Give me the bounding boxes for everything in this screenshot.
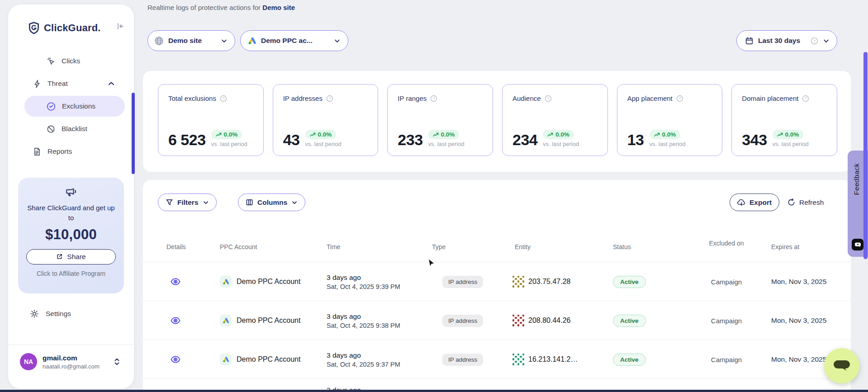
filters-button[interactable]: Filters — [158, 194, 217, 211]
site-selector-dropdown[interactable]: Demo site — [147, 30, 235, 51]
time-cell: 3 days ago Sat, Oct 4, 2025 9:39 PM — [327, 273, 400, 290]
chat-launcher-button[interactable] — [824, 348, 859, 383]
app-window: ClickGuard. Clicks — [0, 0, 868, 392]
sidebar-item-settings[interactable]: Settings — [30, 309, 71, 318]
excluded-on-cell: Campaign — [704, 278, 749, 285]
columns-button[interactable]: Columns — [238, 194, 305, 211]
promo-amount: $10,000 — [18, 227, 124, 243]
refresh-icon — [787, 198, 795, 206]
help-circle-icon[interactable]: ? — [676, 95, 683, 102]
status-cell: Active — [613, 316, 646, 325]
entity-cell: 208.80.44.26 — [512, 315, 570, 326]
cloud-download-icon — [737, 199, 745, 206]
sidebar-item-exclusions[interactable]: Exclusions — [24, 96, 125, 117]
sidebar-collapse-icon[interactable] — [116, 22, 125, 33]
ppc-account-name: Demo PPC Account — [237, 278, 300, 286]
stat-cards: Total exclusions ? 6 523 0.0% vs. last p… — [158, 84, 837, 156]
sidebar-item-label: Settings — [46, 310, 71, 318]
help-circle-icon[interactable]: ? — [220, 95, 227, 102]
entity-value: 203.75.47.28 — [528, 278, 570, 286]
help-circle-icon[interactable]: ? — [326, 95, 333, 102]
funnel-icon — [166, 198, 173, 206]
ppc-account-selector-dropdown[interactable]: Demo PPC ac... — [240, 30, 348, 51]
logs-table-panel: Filters Columns Export — [143, 180, 851, 392]
stat-note: vs. last period — [211, 141, 247, 147]
help-circle-icon[interactable]: ? — [811, 37, 818, 45]
stat-card-total-exclusions: Total exclusions ? 6 523 0.0% vs. last p… — [158, 84, 264, 156]
expires-at-cell: Mon, Nov 3, 2025 — [771, 355, 826, 364]
time-cell: 3 days ago Sat, Oct 4, 2025 9:37 PM — [327, 351, 400, 368]
megaphone-icon — [65, 186, 77, 198]
svg-text:?: ? — [329, 96, 331, 100]
user-email: naatali.ro@gmail.com — [43, 363, 114, 370]
ppc-account-cell: Demo PPC Account — [220, 276, 300, 288]
speech-bubble-icon — [833, 359, 851, 373]
time-full: Sat, Oct 4, 2025 9:37 PM — [327, 360, 400, 368]
stat-value: 233 — [398, 132, 422, 147]
trend-up-icon — [777, 132, 783, 137]
chevron-up-icon[interactable] — [108, 80, 115, 87]
subtitle-text: Realtime logs of protective actions for — [147, 4, 261, 11]
sidebar-item-reports[interactable]: Reports — [8, 140, 134, 163]
refresh-button[interactable]: Refresh — [787, 194, 824, 211]
trend-up-icon — [310, 132, 316, 137]
date-range-dropdown[interactable]: Last 30 days ? — [736, 30, 837, 51]
help-circle-icon[interactable]: ? — [802, 95, 809, 102]
view-details-eye-icon[interactable] — [171, 356, 180, 363]
type-badge: IP address — [442, 276, 483, 288]
table-row: Demo PPC Account 3 days ago Sat, Oct 4, … — [143, 262, 851, 301]
time-relative: 3 days ago — [327, 351, 400, 359]
google-ads-icon — [220, 276, 232, 288]
sidebar-scrollbar-thumb[interactable] — [132, 93, 135, 174]
entity-identicon — [512, 354, 524, 365]
user-info: gmail.com naatali.ro@gmail.com — [43, 354, 114, 370]
sidebar-item-label: Blacklist — [62, 125, 87, 133]
expires-at-cell: Mon, Nov 3, 2025 — [771, 316, 826, 325]
sidebar-item-label: Clicks — [62, 57, 80, 65]
svg-text:?: ? — [813, 38, 816, 43]
feedback-chat-icon — [852, 239, 863, 250]
account-switcher[interactable]: NA gmail.com naatali.ro@gmail.com — [8, 345, 134, 370]
col-header-excluded-on: Excluded on — [704, 239, 749, 248]
ban-icon — [47, 125, 55, 133]
stat-note: vs. last period — [650, 141, 686, 147]
gear-icon — [30, 309, 39, 318]
time-full: Sat, Oct 4, 2025 9:38 PM — [327, 321, 400, 329]
sidebar-item-clicks[interactable]: Clicks — [8, 50, 134, 72]
sidebar-item-label: Reports — [47, 147, 72, 156]
col-header-account: PPC Account — [220, 243, 257, 250]
google-ads-icon — [248, 37, 256, 45]
excluded-on-cell: Campaign — [704, 355, 749, 363]
stat-card-ip-ranges: IP ranges ? 233 0.0% vs. last period — [387, 84, 493, 156]
stat-delta: 0.0% — [785, 131, 799, 138]
type-cell: IP address — [442, 278, 483, 286]
entity-identicon — [512, 315, 524, 326]
sidebar-item-blacklist[interactable]: Blacklist — [8, 118, 134, 140]
ppc-account-cell: Demo PPC Account — [220, 315, 300, 326]
affiliate-link[interactable]: Click to Affiliate Program — [18, 270, 124, 277]
help-circle-icon[interactable]: ? — [545, 95, 552, 102]
help-circle-icon[interactable]: ? — [430, 95, 437, 102]
sidebar-item-threat[interactable]: Threat — [8, 72, 134, 95]
chevron-up-down-icon — [114, 358, 120, 366]
svg-text:?: ? — [433, 96, 435, 100]
refresh-button-label: Refresh — [799, 198, 824, 207]
expires-at-cell: Mon, Nov 3, 2025 — [771, 278, 826, 286]
time-relative: 3 days ago — [327, 273, 400, 281]
time-relative: 3 days ago — [327, 312, 400, 320]
col-header-expires-at: Expires at — [771, 243, 799, 250]
google-ads-icon — [220, 315, 232, 326]
stat-title: IP ranges — [398, 94, 427, 102]
chevron-down-icon — [334, 38, 341, 44]
stat-title: Domain placement — [742, 94, 798, 102]
stat-value: 343 — [742, 132, 767, 147]
view-details-eye-icon[interactable] — [171, 317, 180, 324]
ppc-account-selector-value: Demo PPC ac... — [261, 37, 329, 45]
type-cell: IP address — [442, 316, 483, 325]
col-header-details: Details — [166, 243, 186, 250]
table-row: Demo PPC Account 3 days ago Sat, Oct 4, … — [143, 301, 851, 340]
view-details-eye-icon[interactable] — [171, 278, 180, 285]
share-button[interactable]: Share — [26, 249, 116, 264]
page-scrollbar-thumb[interactable] — [863, 52, 868, 259]
export-button[interactable]: Export — [730, 194, 779, 211]
